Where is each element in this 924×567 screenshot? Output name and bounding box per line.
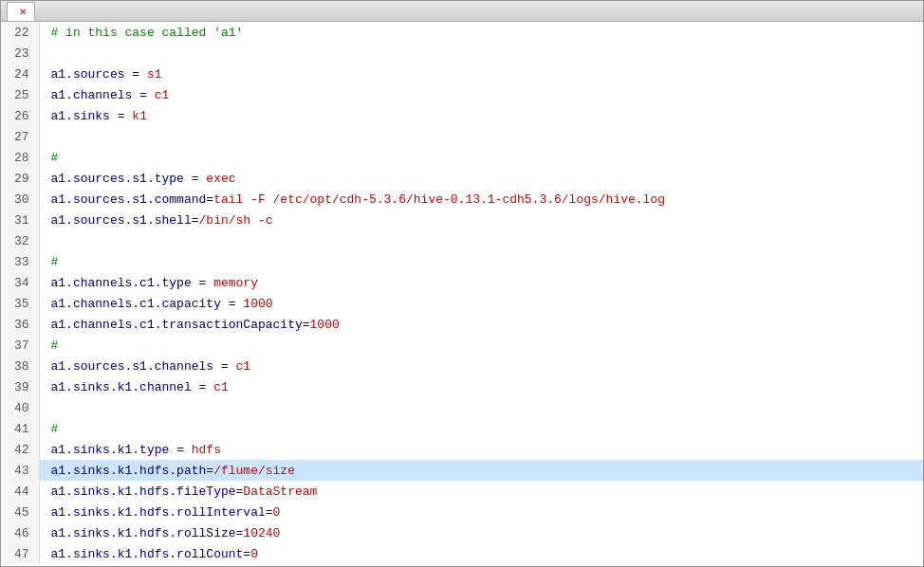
table-row: 25a1.channels = c1 — [1, 84, 923, 105]
table-row: 39a1.sinks.k1.channel = c1 — [1, 376, 923, 397]
value-token: 10240 — [243, 526, 280, 540]
code-line: # in this case called 'a1' — [39, 22, 923, 43]
value-token: memory — [213, 276, 258, 290]
key-token: a1.sources.s1.command — [51, 192, 207, 207]
table-row: 40 — [1, 397, 923, 418]
code-editor[interactable]: 22# in this case called 'a1'2324a1.sourc… — [1, 22, 923, 566]
code-line: a1.sources.s1.shell=/bin/sh -c — [39, 210, 923, 230]
code-line: a1.channels.c1.transactionCapacity=1000 — [39, 314, 923, 335]
code-line: a1.sources.s1.command=tail -F /etc/opt/c… — [39, 189, 923, 210]
table-row: 43a1.sinks.k1.hdfs.path=/flume/size — [1, 460, 923, 481]
key-token: a1.sinks — [51, 109, 110, 123]
table-row: 37# — [1, 335, 923, 356]
line-number: 39 — [1, 376, 39, 397]
title-bar: ✕ — [1, 1, 923, 22]
code-line: # — [39, 418, 923, 439]
value-token: 0 — [250, 547, 258, 561]
value-token: hdfs — [192, 443, 221, 457]
code-line: a1.sinks.k1.type = hdfs — [39, 439, 923, 460]
code-line: a1.sinks.k1.hdfs.rollCount=0 — [39, 543, 923, 564]
plain-token: = — [184, 172, 206, 186]
code-line: a1.sinks.k1.hdfs.rollInterval=0 — [39, 502, 923, 522]
key-token: a1.sinks.k1.hdfs.rollCount — [51, 547, 244, 561]
code-line: # — [39, 335, 923, 356]
table-row: 35a1.channels.c1.capacity = 1000 — [1, 293, 923, 314]
table-row: 44a1.sinks.k1.hdfs.fileType=DataStream — [1, 481, 923, 502]
plain-token: = — [221, 297, 243, 311]
tab-close-icon[interactable]: ✕ — [19, 7, 27, 17]
value-token: exec — [206, 172, 235, 186]
plain-token: = — [169, 443, 191, 457]
table-row: 32 — [1, 230, 923, 251]
code-line: a1.sinks.k1.hdfs.path=/flume/size — [39, 460, 923, 481]
line-number: 22 — [1, 22, 39, 43]
editor-tab[interactable]: ✕ — [7, 2, 35, 21]
table-row: 46a1.sinks.k1.hdfs.rollSize=10240 — [1, 522, 923, 543]
comment-token: # — [51, 255, 59, 269]
table-row: 47a1.sinks.k1.hdfs.rollCount=0 — [1, 543, 923, 564]
value-token: /bin/sh -c — [199, 213, 273, 228]
line-number: 27 — [1, 126, 39, 147]
comment-token: # — [51, 338, 59, 353]
line-number: 24 — [1, 64, 39, 84]
comment-token: # — [51, 151, 59, 165]
value-token: /flume/size — [213, 464, 295, 478]
code-line: a1.sources = s1 — [39, 64, 923, 84]
comment-token: # in this case called 'a1' — [51, 26, 244, 40]
code-table: 22# in this case called 'a1'2324a1.sourc… — [1, 22, 923, 564]
line-number: 30 — [1, 189, 39, 210]
line-number: 44 — [1, 481, 39, 502]
table-row: 29a1.sources.s1.type = exec — [1, 168, 923, 189]
table-row: 27 — [1, 126, 923, 147]
key-token: a1.sinks.k1.hdfs.path — [51, 464, 207, 478]
table-row: 33# — [1, 251, 923, 272]
key-token: a1.sources.s1.shell — [51, 213, 192, 228]
code-line — [39, 397, 923, 418]
code-line — [39, 126, 923, 147]
line-number: 40 — [1, 397, 39, 418]
line-number: 31 — [1, 210, 39, 230]
table-row: 23 — [1, 43, 923, 64]
value-token: c1 — [155, 88, 170, 102]
plain-token: = — [125, 67, 147, 82]
key-token: a1.channels.c1.type — [51, 276, 192, 290]
table-row: 36a1.channels.c1.transactionCapacity=100… — [1, 314, 923, 335]
code-line: a1.sinks.k1.channel = c1 — [39, 376, 923, 397]
plain-token: = — [110, 109, 132, 123]
code-line: a1.sinks.k1.hdfs.rollSize=10240 — [39, 522, 923, 543]
line-number: 35 — [1, 293, 39, 314]
value-token: tail -F /etc/opt/cdh-5.3.6/hive-0.13.1-c… — [213, 192, 665, 207]
line-number: 26 — [1, 105, 39, 126]
table-row: 28# — [1, 147, 923, 168]
value-token: s1 — [147, 67, 162, 82]
line-number: 45 — [1, 502, 39, 522]
plain-token: = — [132, 88, 154, 102]
key-token: a1.sources.s1.channels — [51, 359, 214, 374]
key-token: a1.sinks.k1.hdfs.rollInterval — [51, 505, 266, 520]
line-number: 32 — [1, 230, 39, 251]
code-line: # — [39, 147, 923, 168]
key-token: a1.sources — [51, 67, 125, 82]
line-number: 46 — [1, 522, 39, 543]
table-row: 26a1.sinks = k1 — [1, 105, 923, 126]
table-row: 41# — [1, 418, 923, 439]
plain-token: = — [303, 318, 310, 332]
value-token: DataStream — [243, 485, 317, 499]
code-line: a1.sources.s1.type = exec — [39, 168, 923, 189]
plain-token: = — [192, 276, 213, 290]
table-row: 22# in this case called 'a1' — [1, 22, 923, 43]
plain-token: = — [192, 213, 199, 228]
code-line: a1.sinks.k1.hdfs.fileType=DataStream — [39, 481, 923, 502]
table-row: 45a1.sinks.k1.hdfs.rollInterval=0 — [1, 502, 923, 522]
line-number: 43 — [1, 460, 39, 481]
plain-token: = — [213, 359, 235, 374]
plain-token: = — [243, 547, 250, 561]
value-token: 1000 — [243, 297, 272, 311]
value-token: 0 — [273, 505, 281, 520]
value-token: k1 — [132, 109, 147, 123]
table-row: 42a1.sinks.k1.type = hdfs — [1, 439, 923, 460]
line-number: 33 — [1, 251, 39, 272]
code-line: a1.sinks = k1 — [39, 105, 923, 126]
key-token: a1.channels.c1.capacity — [51, 297, 221, 311]
table-row: 38a1.sources.s1.channels = c1 — [1, 356, 923, 376]
